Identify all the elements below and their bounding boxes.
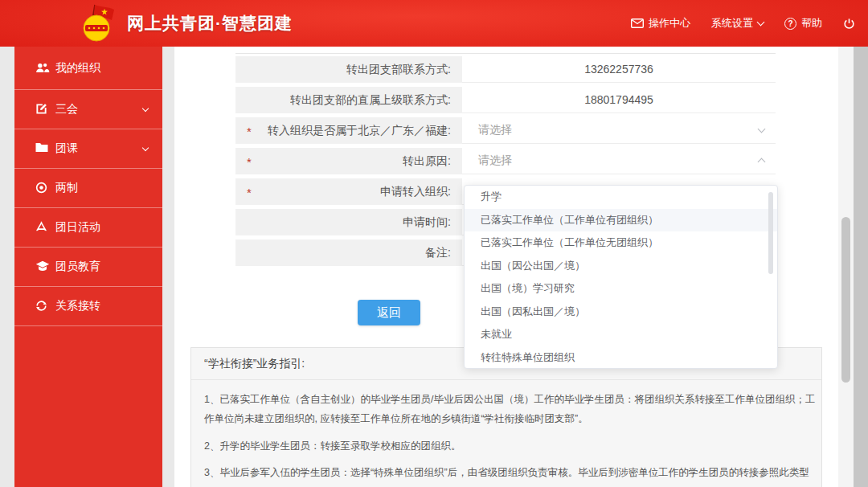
sidebar-item-two-systems[interactable]: 两制 — [14, 169, 162, 208]
sync-icon — [35, 300, 50, 313]
edit-icon — [35, 103, 50, 116]
nav-label: 操作中心 — [649, 16, 690, 31]
sidebar-item-label: 我的组织 — [55, 61, 100, 76]
required-marker: * — [247, 155, 252, 169]
recycle-icon — [35, 221, 50, 234]
parent-contact-value: 18801794495 — [462, 87, 776, 113]
nav-help[interactable]: ? 帮助 — [784, 16, 822, 31]
guide-paragraph: 2、升学的毕业学生团员：转接至录取学校相应的团组织。 — [204, 436, 817, 456]
form-label-text: 转入组织是否属于北京／广东／福建: — [268, 124, 451, 138]
nav-label: 帮助 — [801, 16, 822, 31]
chevron-down-icon — [758, 125, 766, 133]
graduation-cap-icon — [35, 260, 50, 273]
form-label-text: 申请转入组织: — [380, 185, 451, 199]
folder-icon — [35, 142, 50, 155]
sidebar-item-label: 团日活动 — [55, 220, 100, 235]
window-edge-strip — [854, 47, 868, 487]
sidebar-item-my-organization[interactable]: 我的组织 — [14, 47, 162, 90]
nav-system-settings[interactable]: 系统设置 — [711, 16, 764, 31]
required-marker: * — [247, 125, 252, 138]
sidebar-item-three-meetings[interactable]: 三会 — [14, 90, 162, 129]
transfer-reason-select[interactable]: 请选择 — [462, 148, 776, 174]
app-title: 网上共青团·智慧团建 — [127, 0, 293, 47]
logout-button[interactable] — [843, 18, 855, 30]
users-icon — [35, 62, 50, 75]
guide-paragraph: 3、毕业后参军入伍的学生团员：选择“特殊单位团组织”后，由省级团组织负责审核。毕… — [204, 463, 817, 487]
form-label: 转出团支部的直属上级联系方式: — [235, 87, 462, 113]
form-label: 转出团支部联系方式: — [235, 56, 462, 83]
required-marker: * — [247, 186, 252, 199]
dropdown-scrollbar[interactable] — [768, 192, 773, 274]
select-placeholder: 请选择 — [478, 123, 512, 137]
form-label: * 申请转入组织: — [235, 178, 462, 205]
chevron-down-icon — [142, 144, 149, 150]
sidebar-item-label: 三会 — [55, 102, 78, 117]
region-select[interactable]: 请选择 — [462, 117, 776, 144]
branch-contact-value: 13262257736 — [462, 56, 776, 83]
dropdown-option-abroad-official[interactable]: 出国（因公出国／境） — [465, 255, 777, 278]
target-icon — [35, 182, 50, 194]
app-header: 网上共青团·智慧团建 操作中心 系统设置 ? 帮助 — [0, 0, 868, 47]
nav-operation-center[interactable]: 操作中心 — [631, 16, 690, 31]
sidebar-item-relationship-transfer[interactable]: 关系接转 — [14, 287, 162, 326]
sidebar-item-label: 关系接转 — [55, 299, 100, 313]
form-row-parent-contact: 转出团支部的直属上级联系方式: 18801794495 — [235, 87, 776, 113]
guide-body: 1、已落实工作单位（含自主创业）的毕业学生团员/毕业后因公出国（境）工作的毕业学… — [191, 380, 821, 487]
dropdown-option-special-unit[interactable]: 转往特殊单位团组织 — [465, 346, 777, 370]
dropdown-option-abroad-study[interactable]: 出国（境）学习研究 — [465, 277, 777, 301]
sidebar-item-label: 团员教育 — [55, 260, 100, 274]
sidebar-item-member-education[interactable]: 团员教育 — [14, 248, 162, 287]
chevron-down-icon — [757, 18, 765, 27]
power-icon — [843, 18, 855, 30]
league-emblem-logo — [77, 2, 119, 44]
sidebar-item-league-class[interactable]: 团课 — [14, 129, 162, 169]
dropdown-option-abroad-private[interactable]: 出国（因私出国／境） — [465, 301, 777, 324]
form-label: 备注: — [235, 239, 462, 266]
form-row-transfer-reason: * 转出原因: 请选择 — [235, 148, 776, 174]
form-label: * 转入组织是否属于北京／广东／福建: — [235, 117, 462, 144]
dropdown-option-work-with-league[interactable]: 已落实工作单位（工作单位有团组织） — [465, 209, 777, 232]
sidebar-item-league-day-activities[interactable]: 团日活动 — [14, 208, 162, 248]
dropdown-option-work-without-league[interactable]: 已落实工作单位（工作单位无团组织） — [465, 231, 777, 255]
form-row-region: * 转入组织是否属于北京／广东／福建: 请选择 — [235, 117, 776, 144]
back-button[interactable]: 返回 — [358, 300, 420, 325]
mail-icon — [631, 18, 644, 28]
form-label: 申请时间: — [235, 209, 462, 235]
select-placeholder: 请选择 — [478, 153, 512, 168]
sidebar-item-label: 两制 — [55, 181, 78, 195]
question-icon: ? — [784, 18, 796, 30]
page-scrollbar-thumb[interactable] — [841, 217, 850, 383]
transfer-reason-dropdown: 升学 已落实工作单位（工作单位有团组织） 已落实工作单位（工作单位无团组织） 出… — [464, 185, 778, 369]
dropdown-option-further-study[interactable]: 升学 — [465, 186, 777, 209]
chevron-up-icon — [758, 158, 766, 166]
dropdown-option-unemployed[interactable]: 未就业 — [465, 323, 777, 346]
form-row-branch-contact: 转出团支部联系方式: 13262257736 — [235, 56, 776, 83]
nav-label: 系统设置 — [711, 16, 753, 31]
header-nav: 操作中心 系统设置 ? 帮助 — [631, 0, 855, 47]
divider — [235, 53, 776, 54]
sidebar-item-label: 团课 — [55, 141, 78, 156]
guide-paragraph: 1、已落实工作单位（含自主创业）的毕业学生团员/毕业后因公出国（境）工作的毕业学… — [204, 390, 817, 429]
chevron-down-icon — [142, 104, 149, 111]
form-label: * 转出原因: — [235, 148, 462, 174]
sidebar: 我的组织 三会 团课 两制 — [14, 47, 162, 487]
form-label-text: 转出原因: — [403, 154, 451, 169]
